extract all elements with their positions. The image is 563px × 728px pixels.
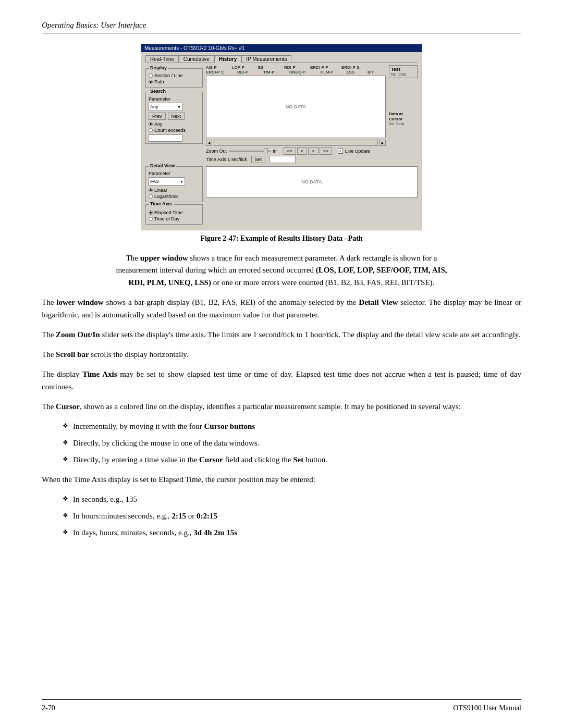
center-panel: AIS-P LOP-P B3 RDI-P ERDI-P P ERDI-P S E… bbox=[206, 65, 386, 164]
scrollbar-track[interactable] bbox=[214, 140, 378, 146]
next-button[interactable]: Next bbox=[168, 113, 185, 120]
tab-history[interactable]: History bbox=[214, 55, 241, 63]
radio-time-of-day[interactable]: Time of Day bbox=[149, 216, 200, 221]
footer-manual-title: OTS9100 User Manual bbox=[453, 704, 521, 712]
radio-section-line-label: Section / Line bbox=[154, 73, 183, 78]
lower-chart[interactable]: NO DATA bbox=[206, 166, 418, 198]
bullet2-3: In days, hours, minutes, seconds, e.g., … bbox=[63, 526, 521, 539]
radio-log-circle bbox=[149, 194, 153, 199]
time-axis-label: Time Axis 1 sec/tick bbox=[206, 157, 247, 162]
label-bit: BIT bbox=[368, 70, 383, 75]
data-at-cursor-value: No Data bbox=[389, 121, 418, 126]
para4: The display Time Axis may be set to show… bbox=[42, 368, 521, 393]
screenshot-titlebar: Measurements - OTS91R2 10-Gb/s Rx+ #1 bbox=[141, 44, 422, 52]
label-erdi-pc: ERDI-P C bbox=[206, 70, 237, 75]
error-codes-2: RDI, PLM, UNEQ, LSS) bbox=[129, 278, 211, 287]
test-label: Test bbox=[391, 67, 415, 72]
radio-linear-label: Linear bbox=[154, 188, 167, 193]
upper-window-bold: upper window bbox=[140, 254, 188, 262]
upper-chart[interactable]: NO DATA bbox=[206, 76, 386, 138]
scroll-bar-bold: Scroll bar bbox=[56, 350, 89, 359]
left-panel: Display Section / Line Path bbox=[145, 65, 203, 164]
scrollbar-right[interactable]: ► bbox=[380, 140, 386, 146]
radio-count-label: Count exceeds bbox=[154, 128, 186, 133]
radio-any-circle bbox=[149, 122, 153, 126]
search-parameter-label: Parameter bbox=[149, 96, 200, 102]
label-lop-p: LOP-P bbox=[232, 65, 258, 70]
count-input[interactable] bbox=[149, 134, 182, 142]
bullet-2: Directly, by clicking the mouse in one o… bbox=[63, 437, 521, 449]
screenshot-inner: Real-Time Cumulative History IP Measurem… bbox=[141, 52, 422, 230]
footer-page-number: 2-70 bbox=[42, 704, 55, 712]
cursor-bold: Cursor bbox=[56, 402, 80, 411]
radio-linear[interactable]: Linear bbox=[149, 188, 200, 193]
nav-buttons: << < > >> bbox=[284, 147, 333, 155]
prev-button[interactable]: Prev bbox=[149, 113, 166, 120]
scrollbar-left[interactable]: ◄ bbox=[206, 140, 212, 146]
label-erdi-ps: ERDI-P S bbox=[341, 65, 373, 70]
detail-parameter-label: Parameter bbox=[149, 171, 200, 176]
screenshot-box: Measurements - OTS91R2 10-Gb/s Rx+ #1 Re… bbox=[141, 44, 422, 230]
body-intro: The upper window shows a trace for each … bbox=[42, 252, 521, 289]
cursor-buttons-bold: Cursor buttons bbox=[204, 422, 255, 430]
nav-prev-prev[interactable]: << bbox=[284, 147, 297, 155]
nav-next-next[interactable]: >> bbox=[320, 147, 333, 155]
radio-elapsed-time[interactable]: Elapsed Time bbox=[149, 210, 200, 215]
nav-next[interactable]: > bbox=[308, 147, 318, 155]
search-group: Search Parameter Any ▼ Prev Next bbox=[145, 92, 203, 144]
chart-labels: AIS-P LOP-P B3 RDI-P ERDI-P P ERDI-P S E… bbox=[206, 65, 386, 75]
label-plm-p: PLM-P bbox=[321, 70, 347, 75]
label-ais-p: AIS-P bbox=[206, 65, 232, 70]
label-uneq-p: UNEQ-P bbox=[289, 70, 321, 75]
figure-caption: Figure 2-47: Example of Results History … bbox=[200, 235, 362, 243]
radio-path[interactable]: Path bbox=[149, 79, 200, 84]
radio-count-exceeds[interactable]: Count exceeds bbox=[149, 128, 200, 133]
search-group-title: Search bbox=[149, 89, 167, 94]
time-ex2-bold: 0:2:15 bbox=[197, 512, 217, 520]
bullet2-1: In seconds, e.g., 135 bbox=[63, 493, 521, 505]
search-select[interactable]: Any ▼ bbox=[149, 103, 182, 111]
test-box: Test No Data bbox=[389, 65, 418, 78]
no-data-upper: NO DATA bbox=[286, 104, 307, 109]
no-data-lower: NO DATA bbox=[301, 179, 322, 184]
tab-cumulative[interactable]: Cumulative bbox=[179, 55, 214, 63]
page-header: Operating Basics: User Interface bbox=[42, 21, 521, 33]
display-group: Display Section / Line Path bbox=[145, 68, 203, 88]
set-cursor-btn[interactable]: Set bbox=[251, 156, 266, 163]
detail-view-title: Detail View bbox=[149, 163, 176, 168]
header-title: Operating Basics: User Interface bbox=[42, 21, 146, 30]
data-at-cursor-label: Data atCursor bbox=[389, 112, 418, 121]
radio-linear-circle bbox=[149, 188, 153, 192]
label-b3: B3 bbox=[258, 65, 284, 70]
select-arrow-icon: ▼ bbox=[177, 105, 181, 109]
tab-realtime[interactable]: Real-Time bbox=[145, 55, 179, 63]
radio-path-circle bbox=[149, 80, 153, 84]
bullet2-2: In hours:minutes:seconds, e.g., 2:15 or … bbox=[63, 510, 521, 522]
time-axis-group-title: Time Axis bbox=[149, 201, 174, 206]
time-cursor-row: Time Axis 1 sec/tick Set bbox=[206, 156, 386, 163]
test-value: No Data bbox=[391, 72, 415, 77]
far-right-panel: Test No Data Data atCursor No Data bbox=[389, 65, 418, 164]
display-group-title: Display bbox=[149, 65, 168, 70]
when-text: When the Time Axis display is set to Ela… bbox=[42, 473, 521, 486]
live-update-checkbox[interactable]: ✓ bbox=[338, 149, 343, 154]
bullet-3: Directly, by entering a time value in th… bbox=[63, 453, 521, 466]
para2: The Zoom Out/In slider sets the display'… bbox=[42, 328, 521, 341]
caption-bold: Figure 2-47: Example of Results History … bbox=[200, 235, 362, 242]
detail-select[interactable]: FAS ▼ bbox=[149, 177, 185, 186]
radio-section-line-circle bbox=[149, 73, 153, 78]
cursor-input[interactable] bbox=[270, 156, 296, 163]
page-footer: 2-70 OTS9100 User Manual bbox=[42, 699, 521, 712]
radio-section-line[interactable]: Section / Line bbox=[149, 73, 200, 78]
radio-logarithmic[interactable]: Logarithmic bbox=[149, 194, 200, 199]
radio-any[interactable]: Any bbox=[149, 121, 200, 127]
zoom-row: Zoom Out In << < > >> bbox=[206, 147, 386, 155]
tab-ip-measurements[interactable]: IP Measurements bbox=[241, 55, 291, 63]
error-codes-1: (LOS, LOF, LOP, SEF/OOF, TIM, AIS, bbox=[316, 266, 447, 274]
time-ex1-bold: 2:15 bbox=[172, 512, 187, 520]
zoom-slider[interactable] bbox=[229, 147, 271, 155]
para3: The Scroll bar scrolls the display horiz… bbox=[42, 348, 521, 361]
nav-prev[interactable]: < bbox=[297, 147, 307, 155]
detail-arrow-icon: ▼ bbox=[180, 180, 183, 183]
radio-path-label: Path bbox=[154, 79, 164, 84]
